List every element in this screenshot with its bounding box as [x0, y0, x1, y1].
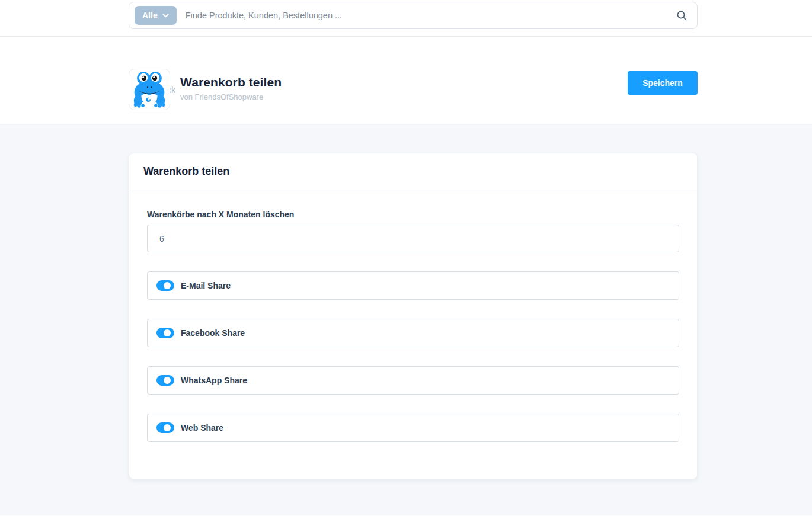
search-icon[interactable]: [676, 10, 688, 21]
page-header: ← Zurück: [0, 37, 812, 124]
page-subtitle: von FriendsOfShopware: [180, 92, 282, 101]
toggle-knob: [164, 377, 171, 384]
toggle-switch[interactable]: [156, 328, 174, 338]
toggle-switch[interactable]: [156, 375, 174, 386]
search-input[interactable]: [186, 11, 676, 20]
toggle-knob: [164, 329, 171, 336]
toggle-row: E-Mail Share: [147, 271, 679, 300]
toggle-label: Web Share: [181, 423, 223, 432]
months-input[interactable]: [147, 225, 679, 252]
toggle-row: WhatsApp Share: [147, 366, 679, 395]
toggle-row: Facebook Share: [147, 319, 679, 347]
plugin-config-card: Warenkorb teilen Warenkörbe nach X Monat…: [129, 153, 698, 479]
toggle-label: WhatsApp Share: [181, 376, 247, 385]
search-filter-label: Alle: [142, 11, 158, 20]
toggle-knob: [164, 424, 171, 431]
toggle-knob: [164, 282, 171, 289]
toggle-row: Web Share: [147, 414, 679, 442]
global-search-bar: Alle: [129, 2, 698, 29]
toggle-label: E-Mail Share: [181, 281, 231, 290]
page-title: Warenkorb teilen: [180, 75, 282, 89]
toggle-switch[interactable]: [156, 422, 174, 433]
card-title: Warenkorb teilen: [129, 153, 697, 190]
plugin-icon: [129, 69, 170, 110]
content-area: Warenkorb teilen Warenkörbe nach X Monat…: [0, 124, 812, 515]
save-button[interactable]: Speichern: [628, 71, 698, 95]
toggle-switch[interactable]: [156, 280, 174, 291]
search-filter-dropdown[interactable]: Alle: [135, 6, 177, 25]
months-field-label: Warenkörbe nach X Monaten löschen: [147, 210, 679, 219]
toggle-label: Facebook Share: [181, 328, 245, 338]
top-bar: Alle: [0, 0, 812, 37]
frog-icon: [132, 71, 167, 108]
card-body: Warenkörbe nach X Monaten löschen E-Mail…: [129, 190, 697, 479]
toggle-list: E-Mail Share Facebook Share WhatsApp Sha…: [147, 271, 679, 442]
chevron-down-icon: [162, 14, 169, 18]
plugin-meta: Warenkorb teilen von FriendsOfShopware: [129, 69, 282, 110]
title-block: Warenkorb teilen von FriendsOfShopware: [180, 69, 282, 110]
